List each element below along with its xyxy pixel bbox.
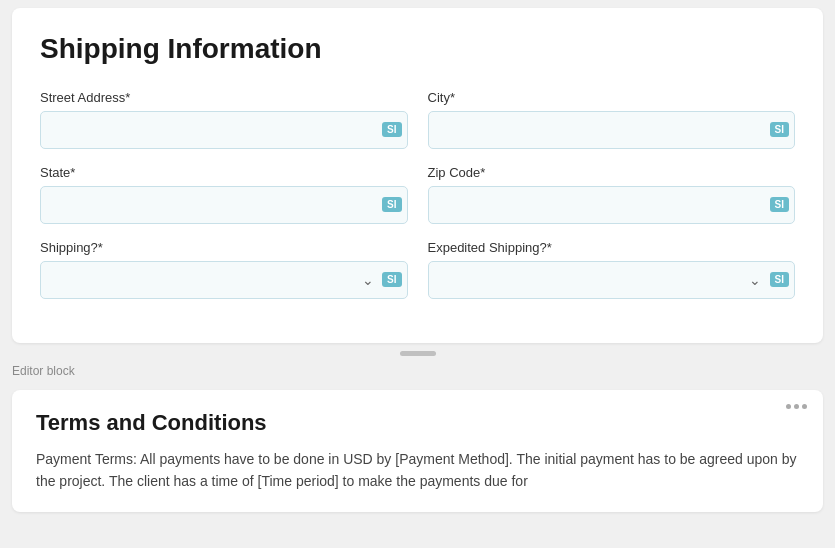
street-address-label: Street Address* xyxy=(40,90,408,105)
form-row-1: Street Address* SI City* SI xyxy=(40,90,795,149)
editor-block-label: Editor block xyxy=(12,360,823,386)
expedited-shipping-select-wrapper: ⌄ SI xyxy=(428,261,796,299)
shipping-label: Shipping?* xyxy=(40,240,408,255)
shipping-card: Shipping Information Street Address* SI … xyxy=(12,8,823,343)
city-group: City* SI xyxy=(428,90,796,149)
terms-title: Terms and Conditions xyxy=(36,410,799,436)
expedited-shipping-select[interactable] xyxy=(428,261,796,299)
street-address-group: Street Address* SI xyxy=(40,90,408,149)
terms-card-menu[interactable] xyxy=(786,404,807,409)
form-row-3: Shipping?* ⌄ SI Expedited Shipping?* ⌄ S… xyxy=(40,240,795,299)
page-wrapper: Shipping Information Street Address* SI … xyxy=(0,0,835,520)
terms-text: Payment Terms: All payments have to be d… xyxy=(36,448,799,493)
menu-dot-3 xyxy=(802,404,807,409)
state-group: State* SI xyxy=(40,165,408,224)
drag-handle-area xyxy=(12,343,823,360)
shipping-select-wrapper: ⌄ SI xyxy=(40,261,408,299)
city-label: City* xyxy=(428,90,796,105)
form-row-2: State* SI Zip Code* SI xyxy=(40,165,795,224)
shipping-group: Shipping?* ⌄ SI xyxy=(40,240,408,299)
zip-code-input[interactable] xyxy=(428,186,796,224)
menu-dot-1 xyxy=(786,404,791,409)
zip-code-group: Zip Code* SI xyxy=(428,165,796,224)
street-address-input[interactable] xyxy=(40,111,408,149)
menu-dot-2 xyxy=(794,404,799,409)
expedited-shipping-label: Expedited Shipping?* xyxy=(428,240,796,255)
shipping-select[interactable] xyxy=(40,261,408,299)
zip-code-input-wrapper: SI xyxy=(428,186,796,224)
state-label: State* xyxy=(40,165,408,180)
terms-card: Terms and Conditions Payment Terms: All … xyxy=(12,390,823,513)
zip-code-label: Zip Code* xyxy=(428,165,796,180)
drag-handle[interactable] xyxy=(400,351,436,356)
city-input[interactable] xyxy=(428,111,796,149)
expedited-shipping-group: Expedited Shipping?* ⌄ SI xyxy=(428,240,796,299)
state-input-wrapper: SI xyxy=(40,186,408,224)
state-input[interactable] xyxy=(40,186,408,224)
shipping-title: Shipping Information xyxy=(40,32,795,66)
street-address-input-wrapper: SI xyxy=(40,111,408,149)
city-input-wrapper: SI xyxy=(428,111,796,149)
